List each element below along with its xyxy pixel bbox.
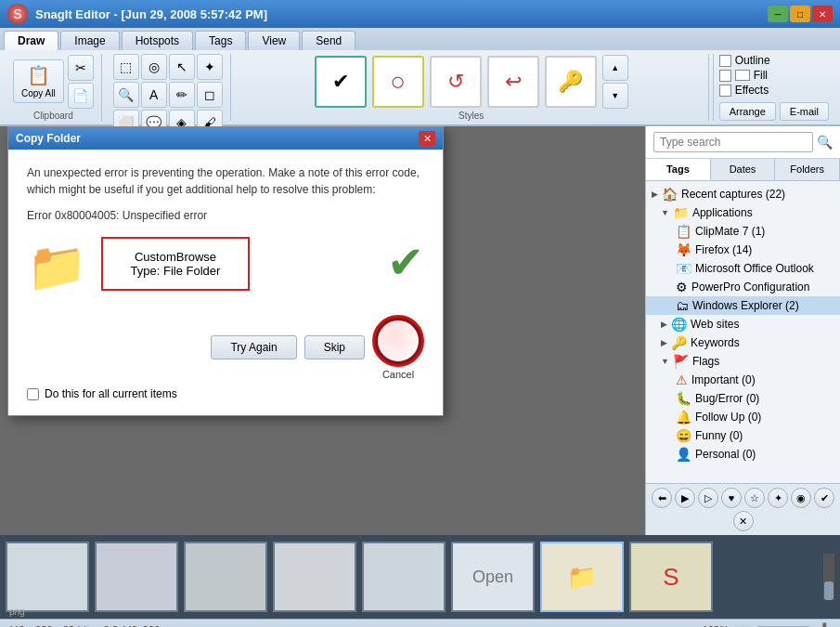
thumb-scrollbar[interactable] bbox=[823, 554, 834, 600]
tree-windows-explorer[interactable]: 🗂 Windows Explorer (2) bbox=[646, 296, 840, 315]
thumb-5[interactable] bbox=[362, 542, 446, 612]
close-button[interactable]: ✕ bbox=[812, 6, 833, 22]
style-arrow-red[interactable]: ↺ bbox=[430, 56, 482, 108]
tab-send[interactable]: Send bbox=[302, 31, 355, 50]
thumb-format-label: png bbox=[9, 607, 25, 617]
minimize-button[interactable]: ─ bbox=[768, 6, 788, 22]
dialog-error: Error 0x80004005: Unspecified error bbox=[27, 209, 424, 222]
tab-tags[interactable]: Tags bbox=[646, 159, 711, 180]
tree-flags[interactable]: ▼ 🚩 Flags bbox=[646, 352, 840, 371]
checkmark-area: ✔ bbox=[387, 237, 424, 285]
paste-button[interactable]: 📄 bbox=[68, 83, 94, 109]
dialog-file-box: CustomBrowse Type: File Folder bbox=[101, 237, 250, 291]
app-title: SnagIt Editor - [Jun 29, 2008 5:57:42 PM… bbox=[35, 7, 768, 21]
cancel-circle-button[interactable] bbox=[372, 315, 424, 367]
apply-all-checkbox[interactable] bbox=[27, 388, 39, 400]
tree-outlook[interactable]: 📧 Microsoft Office Outlook bbox=[646, 259, 840, 278]
fill-checkbox[interactable] bbox=[719, 70, 731, 82]
tree-websites[interactable]: ▶ 🌐 Web sites bbox=[646, 315, 840, 333]
thumb-1[interactable] bbox=[6, 542, 89, 612]
select-tool[interactable]: ⬚ bbox=[113, 54, 139, 80]
panel-tool-7[interactable]: ◉ bbox=[791, 488, 811, 508]
tab-view[interactable]: View bbox=[248, 31, 300, 50]
style-checkmark[interactable]: ✔ bbox=[315, 56, 367, 108]
panel-tool-5[interactable]: ☆ bbox=[744, 488, 765, 508]
outline-checkbox[interactable] bbox=[719, 55, 731, 67]
thumb-2[interactable] bbox=[95, 542, 178, 612]
tree-bug[interactable]: 🐛 Bug/Error (0) bbox=[646, 389, 840, 408]
maximize-button[interactable]: □ bbox=[790, 6, 810, 22]
fill-swatch[interactable] bbox=[735, 70, 750, 81]
tab-dates[interactable]: Dates bbox=[711, 159, 776, 180]
panel-tool-1[interactable]: ⬅ bbox=[652, 488, 672, 508]
styles-down[interactable]: ▼ bbox=[602, 83, 628, 109]
arrow-tool[interactable]: ↖ bbox=[169, 54, 195, 80]
thumb-8[interactable]: S bbox=[629, 542, 713, 612]
styles-label: Styles bbox=[459, 109, 484, 121]
dialog-close-button[interactable]: ✕ bbox=[419, 131, 435, 146]
search-bar: 🔍 bbox=[646, 126, 840, 159]
panel-tool-6[interactable]: ✦ bbox=[768, 488, 788, 508]
thumb-7[interactable]: 📁 bbox=[540, 542, 624, 612]
panel-tool-2[interactable]: ▶ bbox=[675, 488, 695, 508]
panel-tool-9[interactable]: ✕ bbox=[733, 511, 754, 531]
dialog-content: An unexpected error is preventing the op… bbox=[8, 150, 443, 415]
style-circle-red[interactable]: ○ bbox=[372, 56, 424, 108]
search-button[interactable]: 🔍 bbox=[817, 135, 833, 150]
skip-button[interactable]: Skip bbox=[304, 335, 365, 359]
ribbon: Draw Image Hotspots Tags View Send 📋 Cop… bbox=[0, 28, 840, 126]
tree-funny[interactable]: 😄 Funny (0) bbox=[646, 426, 840, 445]
style-key[interactable]: 🔑 bbox=[545, 56, 597, 108]
thumb-3[interactable] bbox=[184, 542, 267, 612]
star-tool[interactable]: ✦ bbox=[197, 54, 223, 80]
effects-label: Effects bbox=[735, 84, 769, 97]
style-loop-red[interactable]: ↩ bbox=[487, 56, 539, 108]
text-tool[interactable]: A bbox=[141, 82, 167, 108]
copy-folder-dialog: Copy Folder ✕ An unexpected error is pre… bbox=[7, 126, 444, 416]
tree-applications[interactable]: ▼ 📁 Applications bbox=[646, 203, 840, 222]
tree-recent[interactable]: ▶ 🏠 Recent captures (22) bbox=[646, 185, 840, 203]
zoom-tool[interactable]: 🔍 bbox=[113, 82, 139, 108]
panel-tool-8[interactable]: ✔ bbox=[814, 488, 834, 508]
canvas-area[interactable]: www.fullcrackindir.com Copy Folder ✕ An … bbox=[0, 126, 645, 535]
styles-up[interactable]: ▲ bbox=[602, 55, 628, 81]
zoom-in-button[interactable]: ➕ bbox=[817, 622, 833, 627]
effects-checkbox[interactable] bbox=[719, 85, 731, 97]
lasso-tool[interactable]: ◎ bbox=[141, 54, 167, 80]
thumb-6[interactable]: Open bbox=[451, 542, 535, 612]
copy-icon: 📋 bbox=[27, 64, 50, 86]
tab-image[interactable]: Image bbox=[60, 31, 119, 50]
eraser-tool[interactable]: ◻ bbox=[197, 82, 223, 108]
tab-draw[interactable]: Draw bbox=[4, 31, 58, 50]
zoom-out-button[interactable]: ➖ bbox=[734, 622, 750, 627]
tree-powerpro[interactable]: ⚙ PowerPro Configuration bbox=[646, 278, 840, 296]
zoom-level: 100% bbox=[703, 624, 729, 628]
tab-tags[interactable]: Tags bbox=[195, 31, 246, 50]
arrange-button[interactable]: Arrange bbox=[719, 102, 776, 121]
tab-folders[interactable]: Folders bbox=[775, 159, 840, 180]
window-controls: ─ □ ✕ bbox=[768, 6, 833, 22]
tree-keywords[interactable]: ▶ 🔑 Keywords bbox=[646, 333, 840, 352]
styles-group: ✔ ○ ↺ ↩ 🔑 ▲ ▼ Styles bbox=[235, 54, 709, 121]
tree-area: ▶ 🏠 Recent captures (22) ▼ 📁 Application… bbox=[646, 181, 840, 483]
copy-all-button[interactable]: 📋 Copy All bbox=[13, 59, 64, 103]
checkmark-icon: ✔ bbox=[387, 241, 424, 285]
tree-followup[interactable]: 🔔 Follow Up (0) bbox=[646, 408, 840, 426]
statusbar-right: 100% ➖ ➕ bbox=[703, 622, 833, 627]
email-button[interactable]: E-mail bbox=[780, 102, 829, 121]
panel-toolbar: ⬅ ▶ ▷ ♥ ☆ ✦ ◉ ✔ ✕ bbox=[646, 483, 840, 535]
cut-button[interactable]: ✂ bbox=[68, 55, 94, 81]
thumb-4[interactable] bbox=[273, 542, 356, 612]
pen-tool[interactable]: ✏ bbox=[169, 82, 195, 108]
tree-arrow: ▶ bbox=[652, 189, 658, 199]
tree-important[interactable]: ⚠ Important (0) bbox=[646, 371, 840, 389]
copy-all-label: Copy All bbox=[21, 88, 56, 98]
panel-tool-3[interactable]: ▷ bbox=[698, 488, 718, 508]
tree-personal[interactable]: 👤 Personal (0) bbox=[646, 445, 840, 464]
try-again-button[interactable]: Try Again bbox=[211, 335, 296, 359]
search-input[interactable] bbox=[653, 132, 813, 152]
tree-firefox[interactable]: 🦊 Firefox (14) bbox=[646, 241, 840, 259]
tab-hotspots[interactable]: Hotspots bbox=[122, 31, 193, 50]
panel-tool-4[interactable]: ♥ bbox=[721, 488, 742, 508]
tree-clipmate[interactable]: 📋 ClipMate 7 (1) bbox=[646, 222, 840, 241]
